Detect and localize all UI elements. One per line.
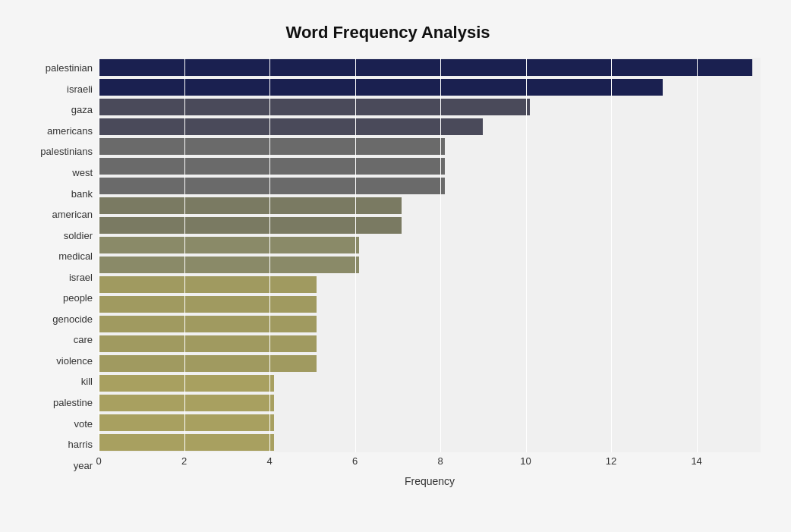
bar bbox=[99, 118, 483, 135]
y-label: care bbox=[15, 335, 93, 345]
bar bbox=[99, 59, 752, 76]
bar bbox=[99, 395, 274, 411]
y-label: palestinians bbox=[15, 146, 93, 156]
bar bbox=[99, 158, 445, 175]
x-tick: 2 bbox=[181, 455, 187, 467]
y-label: kill bbox=[15, 376, 93, 386]
y-label: palestine bbox=[15, 398, 93, 408]
bar bbox=[99, 217, 402, 234]
bar bbox=[99, 178, 445, 194]
plot-area: 02468101214 Frequency bbox=[99, 58, 761, 476]
bar bbox=[99, 414, 274, 431]
x-tick: 10 bbox=[520, 455, 531, 467]
x-axis-label: Frequency bbox=[99, 475, 761, 487]
bar-row bbox=[99, 354, 761, 373]
bar-row bbox=[99, 413, 761, 433]
x-tick: 12 bbox=[606, 455, 616, 467]
bar-row bbox=[99, 58, 761, 77]
chart-area: palestinianisraeligazaamericanspalestini… bbox=[15, 58, 761, 476]
bar-row bbox=[99, 314, 761, 334]
bar bbox=[99, 316, 317, 332]
bar-row bbox=[99, 334, 761, 354]
bar-row bbox=[99, 176, 761, 196]
bar bbox=[99, 197, 402, 214]
bar bbox=[99, 79, 663, 96]
bar-row bbox=[99, 97, 761, 117]
bar-row bbox=[99, 117, 761, 137]
bar bbox=[99, 335, 317, 352]
y-label: americans bbox=[15, 126, 93, 136]
bar-row bbox=[99, 373, 761, 393]
x-tick: 14 bbox=[691, 455, 701, 467]
bar bbox=[99, 237, 359, 253]
bar-row bbox=[99, 275, 761, 294]
bar-row bbox=[99, 77, 761, 97]
bar bbox=[99, 296, 317, 313]
bars-container bbox=[99, 58, 761, 452]
y-label: year bbox=[15, 461, 93, 471]
x-tick: 4 bbox=[266, 455, 272, 467]
x-tick: 6 bbox=[352, 455, 358, 467]
y-label: israeli bbox=[15, 84, 93, 94]
x-axis: 02468101214 Frequency bbox=[99, 452, 761, 487]
bar-row bbox=[99, 196, 761, 216]
bar-row bbox=[99, 137, 761, 156]
y-axis: palestinianisraeligazaamericanspalestini… bbox=[15, 58, 99, 476]
bar bbox=[99, 99, 530, 115]
bar bbox=[99, 257, 359, 273]
y-label: vote bbox=[15, 419, 93, 429]
bar-row bbox=[99, 235, 761, 255]
bar-row bbox=[99, 294, 761, 314]
y-label: gaza bbox=[15, 105, 93, 115]
y-label: soldier bbox=[15, 231, 93, 241]
bar-row bbox=[99, 255, 761, 275]
y-label: american bbox=[15, 209, 93, 219]
y-label: bank bbox=[15, 189, 93, 199]
bar bbox=[99, 355, 317, 372]
y-label: israel bbox=[15, 272, 93, 282]
y-label: harris bbox=[15, 439, 93, 449]
bar bbox=[99, 276, 317, 293]
bar bbox=[99, 434, 274, 451]
bar bbox=[99, 375, 274, 392]
y-label: people bbox=[15, 293, 93, 303]
x-tick: 8 bbox=[437, 455, 443, 467]
bar bbox=[99, 138, 445, 155]
x-tick: 0 bbox=[96, 455, 101, 467]
y-label: violence bbox=[15, 356, 93, 366]
chart-container: Word Frequency Analysis palestinianisrae… bbox=[8, 8, 783, 532]
bar-row bbox=[99, 216, 761, 235]
y-label: palestinian bbox=[15, 63, 93, 73]
bar-row bbox=[99, 433, 761, 452]
chart-title: Word Frequency Analysis bbox=[15, 23, 761, 42]
bar-row bbox=[99, 393, 761, 413]
y-label: medical bbox=[15, 251, 93, 261]
y-label: west bbox=[15, 168, 93, 178]
y-label: genocide bbox=[15, 314, 93, 324]
bar-row bbox=[99, 156, 761, 176]
